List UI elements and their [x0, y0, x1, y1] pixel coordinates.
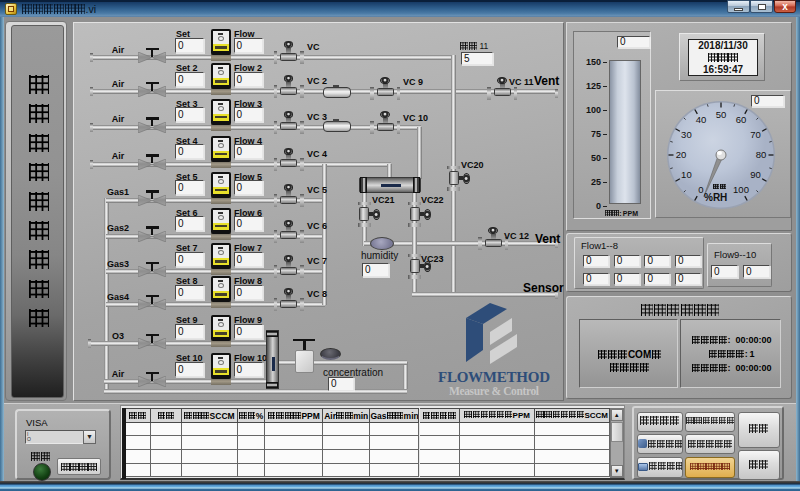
svg-text:90: 90	[750, 169, 761, 180]
svg-text:20: 20	[676, 149, 687, 160]
svg-text:100: 100	[733, 183, 749, 194]
svg-text:70: 70	[750, 129, 761, 140]
svg-text:50: 50	[716, 109, 727, 120]
svg-text:60: 60	[736, 114, 747, 125]
svg-text:FLOWMETHOD: FLOWMETHOD	[438, 369, 550, 385]
svg-text:30: 30	[681, 129, 692, 140]
svg-text:80: 80	[756, 149, 767, 160]
svg-text:40: 40	[696, 114, 707, 125]
svg-text:10: 10	[681, 169, 692, 180]
svg-text:0: 0	[698, 183, 703, 194]
svg-text:Measure & Control: Measure & Control	[449, 385, 539, 397]
